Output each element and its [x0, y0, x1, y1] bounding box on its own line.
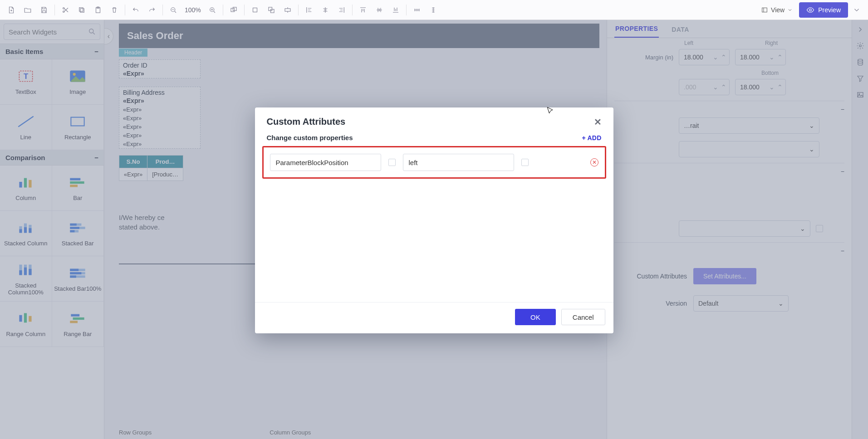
preview-caret-icon[interactable] — [849, 2, 864, 18]
svg-rect-8 — [231, 8, 235, 12]
svg-rect-10 — [253, 8, 257, 12]
cut-icon[interactable] — [58, 2, 73, 18]
remove-attribute-icon[interactable]: ✕ — [590, 158, 598, 166]
delete-icon[interactable] — [107, 2, 122, 18]
open-icon[interactable] — [20, 2, 35, 18]
align-center-icon[interactable] — [318, 2, 333, 18]
attribute-value-checkbox[interactable] — [521, 159, 529, 166]
group-icon[interactable] — [226, 2, 241, 18]
order-front-icon[interactable] — [247, 2, 263, 18]
copy-icon[interactable] — [74, 2, 89, 18]
zoom-out-icon[interactable] — [166, 2, 181, 18]
add-attribute-button[interactable]: + ADD — [582, 134, 602, 141]
zoom-in-icon[interactable] — [205, 2, 220, 18]
attribute-key-input[interactable] — [270, 154, 381, 171]
main-area: Basic Items − T TextBox Image Line Recta… — [0, 20, 868, 439]
svg-point-15 — [809, 9, 812, 11]
top-toolbar: 100% View Preview — [0, 0, 868, 20]
custom-attributes-dialog: Custom Attributes ✕ Change custom proper… — [255, 107, 613, 333]
new-file-icon[interactable] — [4, 2, 19, 18]
attribute-key-checkbox[interactable] — [388, 159, 396, 166]
dist-h-icon[interactable] — [409, 2, 425, 18]
align-left-icon[interactable] — [301, 2, 317, 18]
attribute-row: ✕ — [270, 154, 598, 171]
attribute-value-input[interactable] — [403, 154, 514, 171]
order-back-icon[interactable] — [280, 2, 295, 18]
preview-label: Preview — [818, 6, 841, 14]
close-icon[interactable]: ✕ — [594, 117, 602, 127]
align-right-icon[interactable] — [334, 2, 349, 18]
align-top-icon[interactable] — [355, 2, 371, 18]
svg-rect-11 — [269, 7, 272, 11]
attribute-row-highlight: ✕ — [262, 146, 606, 179]
undo-icon[interactable] — [128, 2, 143, 18]
svg-rect-3 — [79, 7, 83, 11]
view-dropdown[interactable]: View — [755, 2, 798, 18]
svg-rect-2 — [80, 9, 84, 12]
svg-rect-13 — [285, 9, 290, 11]
dist-v-icon[interactable] — [426, 2, 441, 18]
zoom-level: 100% — [182, 6, 204, 14]
svg-rect-9 — [233, 7, 236, 11]
dialog-subtitle: Change custom properties — [267, 134, 353, 141]
ok-button[interactable]: OK — [515, 309, 556, 325]
view-label: View — [771, 6, 785, 14]
svg-rect-12 — [270, 9, 274, 13]
svg-rect-14 — [762, 8, 767, 12]
redo-icon[interactable] — [144, 2, 160, 18]
align-middle-icon[interactable] — [372, 2, 387, 18]
preview-button[interactable]: Preview — [799, 2, 848, 18]
dialog-title: Custom Attributes — [267, 117, 346, 127]
paste-icon[interactable] — [90, 2, 106, 18]
save-icon[interactable] — [36, 2, 52, 18]
cancel-button[interactable]: Cancel — [561, 309, 605, 325]
align-bottom-icon[interactable] — [388, 2, 403, 18]
order-forward-icon[interactable] — [264, 2, 279, 18]
